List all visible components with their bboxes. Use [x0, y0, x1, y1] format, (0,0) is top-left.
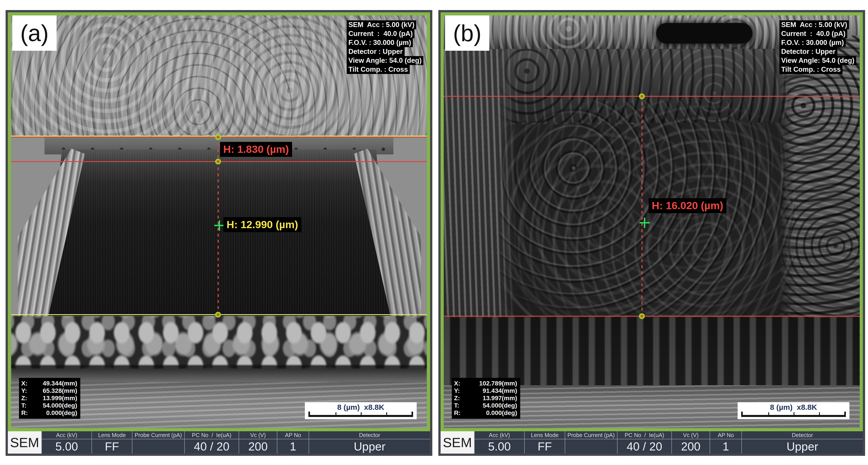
stage-row-x: X: 102.789(mm)	[454, 379, 517, 387]
center-porous-texture	[500, 100, 795, 326]
status-header: Acc (kV)	[474, 431, 524, 439]
instrument-status-bar: SEM Acc (kV) 5.00 Lens Mode FF Probe Cur…	[441, 431, 863, 454]
stage-row-z: Z: 13.997(mm)	[454, 394, 517, 402]
stage-axis-label: T:	[454, 402, 466, 409]
endpoint-dot	[215, 159, 221, 164]
status-value: FF	[92, 439, 132, 454]
scale-tick	[361, 412, 362, 415]
measure-line-red-top	[444, 96, 860, 97]
endpoint-dot	[639, 313, 645, 319]
stage-row-r: R: 0.000(deg)	[454, 409, 517, 417]
status-header: Lens Mode	[525, 431, 565, 439]
micrograph-a: H: 1.830 (µm) H: 12.990 (µm) (a) SEM Acc…	[11, 15, 427, 428]
status-col-detector: Detector Upper	[741, 431, 863, 454]
micrograph-b: H: 16.020 (µm) (b) SEM Acc : 5.00 (kV) C…	[444, 15, 860, 428]
mode-cell: SEM	[441, 431, 474, 454]
info-line-fov: F.O.V. : 30.000 (µm)	[347, 38, 413, 47]
info-line-tilt-comp: Tilt Comp. : Cross	[779, 65, 842, 74]
scale-bar-ruler	[308, 411, 413, 417]
status-header: AP No	[277, 431, 309, 439]
trench-floor-grains	[11, 316, 427, 368]
info-line-current: Current : 40.0 (pA)	[347, 29, 415, 38]
status-col-ap-no: AP No 1	[277, 431, 309, 454]
measure-line-red-bottom	[444, 316, 860, 317]
status-col-vc: Vc (V) 200	[672, 431, 710, 454]
status-col-ap-no: AP No 1	[710, 431, 741, 454]
status-col-detector: Detector Upper	[309, 431, 430, 454]
status-col-pc-no: PC No / Ie(uA) 40 / 20	[617, 431, 672, 454]
stage-axis-value: 13.999(mm)	[33, 394, 77, 402]
stage-axis-value: 0.000(deg)	[33, 409, 77, 417]
sem-info-box: SEM Acc : 5.00 (kV) Current : 40.0 (pA) …	[347, 20, 423, 74]
measurement-label-depth: H: 16.020 (µm)	[649, 198, 726, 213]
green-frame-b: H: 16.020 (µm) (b) SEM Acc : 5.00 (kV) C…	[441, 12, 863, 431]
mode-cell: SEM	[8, 431, 41, 454]
status-header: AP No	[710, 431, 741, 439]
status-header: Probe Current (pA)	[565, 431, 617, 439]
sem-screenshot-panel-b: H: 16.020 (µm) (b) SEM Acc : 5.00 (kV) C…	[438, 10, 865, 456]
measure-dotted-vertical	[642, 96, 643, 316]
status-value: 40 / 20	[618, 439, 672, 454]
scale-tick	[794, 412, 795, 415]
info-line-view-angle: View Angle: 54.0 (deg)	[347, 56, 423, 65]
status-value: 5.00	[474, 439, 524, 454]
status-col-probe-current: Probe Current (pA)	[565, 431, 617, 454]
measurement-label-depth1: H: 1.830 (µm)	[220, 142, 292, 157]
info-line-detector: Detector : Upper	[347, 47, 405, 56]
stage-axis-label: Y:	[21, 387, 33, 394]
status-col-pc-no: PC No / Ie(uA) 40 / 20	[184, 431, 239, 454]
status-value: 200	[672, 439, 710, 454]
endpoint-dot	[215, 134, 221, 140]
stage-axis-label: Z:	[21, 394, 33, 402]
scale-tick	[768, 412, 769, 415]
stage-row-y: Y: 65.328(mm)	[21, 387, 77, 394]
status-header: Detector	[309, 431, 430, 439]
instrument-status-bar: SEM Acc (kV) 5.00 Lens Mode FF Probe Cur…	[8, 431, 430, 454]
stage-axis-value: 54.000(deg)	[33, 402, 77, 409]
stage-axis-label: T:	[21, 402, 33, 409]
stage-axis-value: 65.328(mm)	[33, 387, 77, 394]
status-value: Upper	[309, 439, 430, 454]
stage-axis-label: X:	[454, 379, 466, 387]
status-header: PC No / Ie(uA)	[185, 431, 239, 439]
status-header: PC No / Ie(uA)	[618, 431, 672, 439]
info-line-tilt-comp: Tilt Comp. : Cross	[347, 65, 410, 74]
stage-row-t: T: 54.000(deg)	[21, 402, 77, 409]
stage-coordinates-box: X: 102.789(mm) Y: 91.434(mm) Z: 13.997(m…	[452, 378, 520, 419]
status-value: 5.00	[42, 439, 91, 454]
scale-tick	[336, 412, 336, 415]
status-col-lens-mode: Lens Mode FF	[91, 431, 132, 454]
status-value	[565, 439, 617, 454]
status-header: Detector	[742, 431, 863, 439]
stage-row-z: Z: 13.999(mm)	[21, 394, 77, 402]
stage-axis-value: 0.000(deg)	[466, 409, 517, 417]
status-col-acc: Acc (kV) 5.00	[474, 431, 524, 454]
stage-axis-label: Y:	[454, 387, 466, 394]
stage-row-x: X: 49.344(mm)	[21, 379, 77, 387]
status-value: 40 / 20	[185, 439, 239, 454]
status-value: 1	[710, 439, 741, 454]
stage-axis-label: X:	[21, 379, 33, 387]
info-line-detector: Detector : Upper	[779, 47, 837, 56]
sem-screenshot-panel-a: H: 1.830 (µm) H: 12.990 (µm) (a) SEM Acc…	[6, 10, 432, 456]
status-value: 1	[277, 439, 309, 454]
status-header: Vc (V)	[672, 431, 710, 439]
stage-axis-value: 91.434(mm)	[466, 387, 517, 394]
scale-bar-ruler	[741, 411, 846, 417]
milled-trench	[44, 150, 394, 316]
figure-label-b: (b)	[445, 15, 489, 51]
cross-marker-icon	[214, 220, 224, 231]
stage-axis-label: R:	[21, 409, 33, 417]
scale-bar-text: 8 (µm) x8.8K	[308, 403, 413, 411]
status-value: 200	[239, 439, 277, 454]
endpoint-dot	[639, 93, 645, 99]
stage-row-y: Y: 91.434(mm)	[454, 387, 517, 394]
status-col-acc: Acc (kV) 5.00	[41, 431, 91, 454]
status-header: Vc (V)	[239, 431, 277, 439]
status-value: FF	[525, 439, 565, 454]
status-col-vc: Vc (V) 200	[239, 431, 277, 454]
info-line-acc: SEM Acc : 5.00 (kV)	[779, 20, 849, 29]
stage-axis-value: 13.997(mm)	[466, 394, 517, 402]
endpoint-dot	[215, 312, 221, 318]
info-line-fov: F.O.V. : 30.000 (µm)	[779, 38, 846, 47]
